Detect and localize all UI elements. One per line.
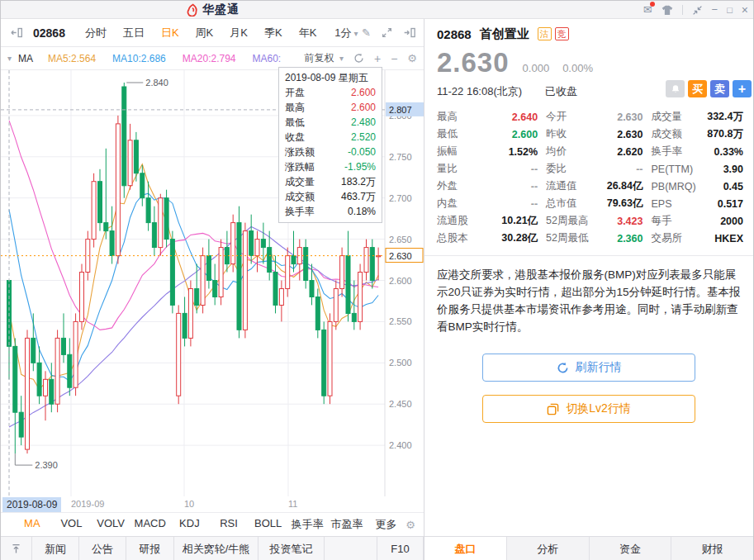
- period-tab-五日[interactable]: 五日: [123, 26, 145, 40]
- grid-label: 成交额: [651, 127, 682, 141]
- zoom-out-icon[interactable]: −: [391, 52, 397, 65]
- indicator-tab-换手率[interactable]: 换手率: [287, 517, 327, 532]
- refresh-quotes-button[interactable]: 刷新行情: [482, 354, 695, 382]
- messages-icon[interactable]: ✉: [643, 1, 652, 19]
- indicator-tab-市盈率[interactable]: 市盈率: [327, 517, 367, 532]
- price-change-pct: 0.00%: [562, 62, 593, 74]
- indicator-tab-BOLL[interactable]: BOLL: [249, 517, 288, 532]
- grid-label: 总市值: [546, 197, 577, 211]
- panel-tab-财报[interactable]: 财报: [671, 537, 753, 560]
- grid-label: 外盘: [437, 179, 458, 193]
- add-watchlist-button[interactable]: +: [733, 80, 752, 97]
- tab-投资笔记[interactable]: 投资笔记: [258, 537, 325, 560]
- ma-value-1: MA5:2.564: [48, 53, 96, 64]
- ma-values: MA5:2.564MA10:2.686MA20:2.794MA60:: [48, 53, 297, 64]
- tab-新闻[interactable]: 新闻: [32, 537, 79, 560]
- quote-grid-cell: 成交量332.4万: [651, 108, 743, 126]
- adjust-type-select[interactable]: 前复权 ▾: [305, 51, 344, 65]
- tooltip-value: 2.520: [351, 130, 376, 145]
- draw-pencil-icon[interactable]: ✎: [362, 26, 371, 39]
- grid-label: 交易所: [651, 231, 682, 245]
- period-tab-日K[interactable]: 日K: [161, 26, 179, 40]
- grid-value: 2.640: [512, 112, 538, 123]
- period-tab-年K[interactable]: 年K: [299, 26, 317, 40]
- tooltip-row: 成交额463.7万: [285, 189, 376, 204]
- tooltip-row: 最高2.600: [285, 100, 376, 115]
- period-tab-分时[interactable]: 分时: [85, 26, 107, 40]
- grid-label: 52周最高: [546, 214, 588, 228]
- quote-grid-cell: 振幅1.52%: [437, 143, 538, 160]
- notification-dot: [650, 2, 655, 7]
- minute-period-select[interactable]: 1分▾: [334, 26, 358, 40]
- grid-value: 332.4万: [707, 110, 743, 124]
- indicator-tab-VOL[interactable]: VOL: [52, 517, 92, 532]
- quote-grid-cell: 总市值79.63亿: [546, 195, 643, 212]
- store-shirt-icon[interactable]: [662, 5, 673, 16]
- quote-bottom-tabs: 盘口分析资金财报: [424, 536, 753, 560]
- tab-相关窝轮/牛熊[interactable]: 相关窝轮/牛熊: [174, 537, 258, 560]
- panel-tab-资金[interactable]: 资金: [589, 537, 671, 560]
- grid-label: 换手率: [651, 145, 682, 159]
- maximize-button[interactable]: □: [727, 1, 733, 19]
- expand-right-panel-icon[interactable]: [403, 27, 415, 38]
- indicator-settings-gear-icon[interactable]: ⚙: [405, 519, 415, 531]
- tooltip-label: 收盘: [285, 130, 305, 145]
- crosshair-date-badge: 2019-08-09: [2, 497, 61, 512]
- indicator-tab-KDJ[interactable]: KDJ: [170, 517, 210, 532]
- switch-lv2-button[interactable]: 切换Lv2行情: [482, 395, 695, 423]
- panel-tab-分析[interactable]: 分析: [506, 537, 589, 560]
- indicator-tab-更多[interactable]: 更多: [367, 517, 406, 532]
- indicator-tab-MA[interactable]: MA: [12, 517, 52, 532]
- stock-attr-badge: 沽: [538, 27, 552, 40]
- tab-研报[interactable]: 研报: [126, 537, 174, 560]
- zoom-in-icon[interactable]: +: [374, 52, 381, 65]
- quote-status-line: 11-22 16:08(北京) 已收盘 买 卖 +: [424, 78, 753, 100]
- tooltip-row: 换手率0.18%: [285, 204, 376, 219]
- period-tab-月K[interactable]: 月K: [230, 26, 248, 40]
- chart-settings-gear-icon[interactable]: ⚙: [407, 52, 417, 64]
- quote-grid-cell: 最低2.600: [437, 126, 538, 143]
- grid-value: --: [531, 181, 538, 192]
- tooltip-value: 463.7万: [341, 189, 376, 204]
- ma-collapse-caret-icon[interactable]: ▾: [7, 54, 12, 63]
- quote-grid-cell: 交易所HKEX: [651, 230, 743, 247]
- bottom-bar-spacer: [325, 537, 377, 560]
- tab-公告[interactable]: 公告: [79, 537, 126, 560]
- svg-text:2.600: 2.600: [389, 276, 412, 286]
- period-tab-季K[interactable]: 季K: [264, 26, 282, 40]
- buy-button[interactable]: 买: [688, 80, 707, 97]
- chart-refresh-icon[interactable]: [353, 53, 364, 64]
- indicator-tab-MACD[interactable]: MACD: [130, 517, 170, 532]
- tooltip-value: 0.18%: [348, 204, 376, 219]
- period-tab-周K[interactable]: 周K: [196, 26, 214, 40]
- fullscreen-expand-icon[interactable]: [382, 27, 392, 38]
- tab-f10[interactable]: F10: [377, 537, 424, 560]
- tooltip-label: 涨跌幅: [285, 159, 315, 174]
- quote-grid-cell: 今开2.630: [546, 108, 643, 126]
- grid-value: 10.21亿: [501, 214, 538, 228]
- quote-grid-cell: 52周最低2.360: [546, 230, 643, 247]
- brand-flame-icon: [186, 3, 199, 17]
- quote-grid-cell: PB(MRQ)0.45: [651, 178, 743, 195]
- minimize-button[interactable]: −: [712, 1, 718, 19]
- quote-time: 11-22 16:08(北京): [437, 84, 522, 99]
- panel-tab-盘口[interactable]: 盘口: [424, 537, 506, 560]
- alert-bell-icon[interactable]: [666, 80, 685, 97]
- grid-value: --: [531, 164, 538, 175]
- pin-panel-icon[interactable]: [1, 537, 32, 560]
- svg-text:2.400: 2.400: [389, 440, 412, 450]
- grid-label: 振幅: [437, 145, 458, 159]
- collapse-panel-icon[interactable]: [11, 27, 23, 38]
- close-button[interactable]: ×: [742, 1, 748, 19]
- indicator-tab-RSI[interactable]: RSI: [209, 517, 249, 532]
- x-tick-label: 2019-09: [71, 499, 104, 509]
- grid-label: 今开: [546, 110, 567, 124]
- shrink-window-icon[interactable]: [692, 5, 703, 16]
- grid-value: HKEX: [714, 233, 743, 244]
- grid-label: 量比: [437, 162, 458, 176]
- indicator-tab-VOLV[interactable]: VOLV: [91, 517, 130, 532]
- tooltip-value: 2.600: [351, 85, 376, 100]
- titlebar[interactable]: 华盛通 ✉ − □ ×: [1, 1, 753, 19]
- grid-value: 0.33%: [714, 146, 743, 158]
- sell-button[interactable]: 卖: [710, 80, 729, 97]
